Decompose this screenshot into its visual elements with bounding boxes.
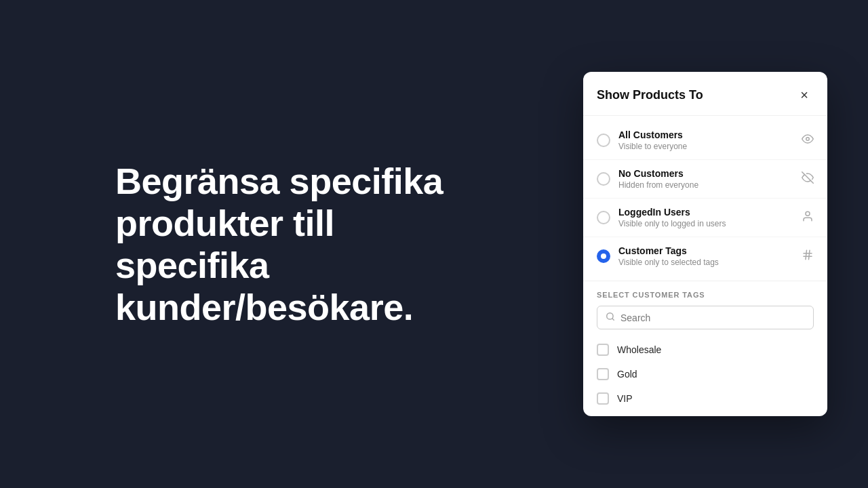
radio-no-customers [597,172,610,186]
option-title-all-customers: All Customers [618,129,796,140]
checkbox-wholesale[interactable] [597,344,609,356]
svg-line-6 [809,250,810,260]
option-loggedin-users[interactable]: LoggedIn Users Visible only to logged in… [583,199,827,237]
option-subtitle-customer-tags: Visible only to selected tags [618,258,796,267]
search-box[interactable] [597,306,814,329]
option-text-customer-tags: Customer Tags Visible only to selected t… [618,245,796,267]
checkbox-vip[interactable] [597,392,609,405]
option-all-customers[interactable]: All Customers Visible to everyone [583,121,827,160]
checkbox-gold[interactable] [597,368,609,380]
user-icon [802,210,814,225]
eye-icon [802,133,814,148]
search-icon [606,312,615,323]
left-panel: Begränsa specifika produkter till specif… [0,119,583,369]
option-title-customer-tags: Customer Tags [618,245,796,256]
svg-point-2 [806,211,810,216]
tag-item-wholesale[interactable]: Wholesale [597,338,814,362]
modal-header: Show Products To × [583,72,827,116]
tag-label-wholesale: Wholesale [617,344,661,355]
close-button[interactable]: × [795,85,814,104]
search-input[interactable] [620,312,805,323]
option-text-no-customers: No Customers Hidden from everyone [618,168,796,190]
option-text-loggedin-users: LoggedIn Users Visible only to logged in… [618,207,796,228]
hero-text: Begränsa specifika produkter till specif… [115,160,468,328]
option-subtitle-no-customers: Hidden from everyone [618,180,796,190]
hash-icon [802,249,814,264]
svg-point-0 [806,138,810,141]
tag-label-gold: Gold [617,369,637,380]
svg-line-8 [612,319,614,321]
checkbox-list: Wholesale Gold VIP [597,338,814,411]
close-icon: × [800,87,808,103]
radio-loggedin-users [597,211,610,224]
tags-label: SELECT CUSTOMER TAGS [597,291,814,299]
tag-item-gold[interactable]: Gold [597,362,814,386]
tags-section: SELECT CUSTOMER TAGS Wholesale G [583,281,827,416]
option-subtitle-all-customers: Visible to everyone [618,142,796,151]
modal-body: All Customers Visible to everyone No Cus… [583,116,827,416]
svg-line-5 [806,250,807,260]
radio-all-customers [597,134,610,147]
radio-customer-tags [597,249,610,263]
option-subtitle-loggedin-users: Visible only to logged in users [618,219,796,228]
tag-label-vip: VIP [617,393,633,404]
modal-panel: Show Products To × All Customers Visible… [583,72,827,416]
option-title-no-customers: No Customers [618,168,796,179]
option-no-customers[interactable]: No Customers Hidden from everyone [583,160,827,199]
option-text-all-customers: All Customers Visible to everyone [618,129,796,151]
option-customer-tags[interactable]: Customer Tags Visible only to selected t… [583,237,827,275]
tag-item-vip[interactable]: VIP [597,386,814,411]
hidden-icon [802,171,814,186]
options-list: All Customers Visible to everyone No Cus… [583,116,827,281]
option-title-loggedin-users: LoggedIn Users [618,207,796,218]
modal-title: Show Products To [597,88,703,102]
